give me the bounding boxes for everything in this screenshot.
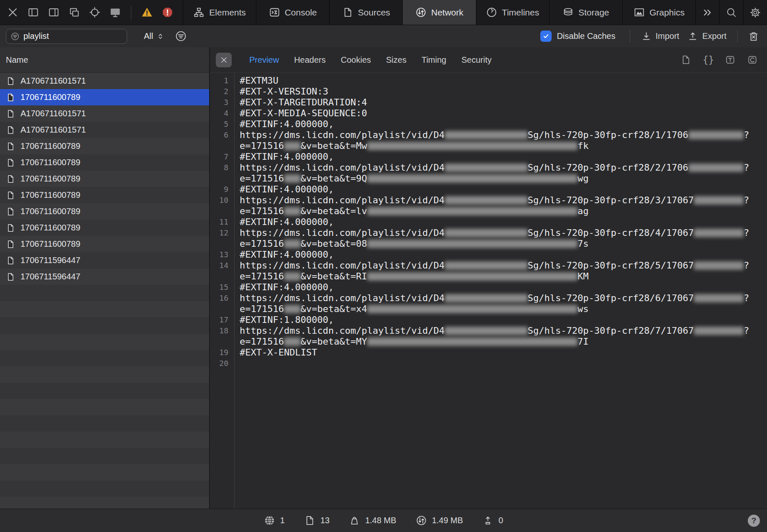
dock-left-icon[interactable] — [27, 6, 39, 18]
tab-label: Sources — [358, 8, 390, 18]
line-number: 5 — [210, 119, 228, 130]
code-line: 8https://dms.licdn.com/playlist/vid/D4Sg… — [210, 162, 767, 173]
inspector-tab-strip: ElementsConsoleSourcesNetworkTimelinesSt… — [183, 0, 695, 25]
tab-timelines[interactable]: Timelines — [476, 0, 549, 25]
tab-console[interactable]: Console — [256, 0, 329, 25]
redacted-text — [694, 327, 744, 335]
detail-tab-cookies[interactable]: Cookies — [341, 55, 371, 65]
resource-preview-content[interactable]: 1#EXTM3U2#EXT-X-VERSION:33#EXT-X-TARGETD… — [210, 73, 767, 509]
resource-filter-field[interactable] — [6, 29, 127, 44]
network-request-row[interactable]: 1706711600789 — [0, 187, 209, 203]
help-button[interactable]: ? — [748, 514, 760, 527]
tab-graphics[interactable]: Graphics — [622, 0, 695, 25]
network-request-row[interactable]: A1706711601571 — [0, 73, 209, 89]
filter-options-button[interactable] — [175, 30, 187, 42]
detail-tab-sizes[interactable]: Sizes — [386, 55, 407, 65]
tab-elements[interactable]: Elements — [183, 0, 256, 25]
tab-label: Elements — [209, 8, 246, 18]
code-line: 12https://dms.licdn.com/playlist/vid/D4S… — [210, 228, 767, 238]
name-column-header[interactable]: Name — [0, 47, 209, 73]
separator — [737, 30, 738, 43]
status-bar: 1131.48 MB1.49 MB0? — [0, 509, 767, 532]
globe-icon — [264, 515, 275, 526]
dock-right-icon[interactable] — [48, 6, 60, 18]
copy-resource-icon[interactable] — [680, 54, 691, 65]
detach-icon[interactable] — [68, 6, 80, 18]
warning-icon[interactable] — [141, 6, 153, 18]
redacted-text — [445, 164, 528, 172]
code-line: 1#EXTM3U — [210, 75, 767, 86]
code-line: e=171516&v=beta&t=087s — [210, 238, 767, 249]
network-request-row[interactable]: 1706711600789 — [0, 154, 209, 171]
request-name: 1706711600789 — [20, 158, 80, 167]
line-number: 20 — [210, 358, 228, 369]
redacted-text — [688, 131, 744, 139]
network-request-row[interactable]: 1706711600789 — [0, 236, 209, 252]
redacted-text — [284, 240, 301, 248]
network-request-row[interactable]: A1706711601571 — [0, 122, 209, 138]
timelines-icon — [486, 7, 497, 18]
line-number: 11 — [210, 217, 228, 228]
filter-input[interactable] — [23, 31, 123, 41]
redacted-text — [284, 338, 301, 346]
graphics-icon — [634, 7, 645, 18]
more-tabs-button[interactable] — [695, 0, 719, 25]
file-icon — [6, 223, 15, 233]
console-icon — [269, 7, 280, 18]
file-icon — [6, 255, 15, 266]
network-request-row[interactable]: 1706711600789 — [0, 203, 209, 220]
tab-sources[interactable]: Sources — [329, 0, 402, 25]
detail-tab-security[interactable]: Security — [461, 55, 491, 65]
content-mode-icon[interactable] — [747, 54, 758, 65]
code-line: 3#EXT-X-TARGETDURATION:4 — [210, 97, 767, 108]
globe-stat: 1 — [264, 515, 285, 526]
request-name: A1706711601571 — [20, 125, 86, 135]
close-icon[interactable] — [7, 6, 19, 18]
line-number — [210, 238, 228, 249]
disable-caches-toggle[interactable]: Disable Caches — [540, 31, 615, 42]
network-request-row[interactable]: 1706711600789 — [0, 220, 209, 236]
transfer-stat: 1.49 MB — [416, 515, 463, 526]
element-picker-icon[interactable] — [89, 6, 101, 18]
network-request-row[interactable]: 1706711600789 — [0, 138, 209, 154]
export-button[interactable]: Export — [688, 31, 726, 41]
network-request-row[interactable]: A1706711601571 — [0, 105, 209, 122]
stat-value: 13 — [320, 516, 330, 525]
close-detail-button[interactable] — [216, 53, 232, 67]
text-mode-icon[interactable] — [725, 54, 736, 65]
tab-network[interactable]: Network — [402, 0, 476, 25]
network-request-row[interactable]: 1706711596447 — [0, 252, 209, 269]
code-line: e=171516&v=beta&t=x4ws — [210, 304, 767, 315]
checkbox-checked-icon[interactable] — [540, 31, 552, 42]
code-text: #EXTINF:4.000000, — [228, 151, 334, 162]
detail-tab-preview[interactable]: Preview — [249, 55, 279, 65]
network-request-row[interactable]: 1706711600789 — [0, 89, 209, 105]
file-icon — [6, 108, 15, 119]
line-number — [210, 271, 228, 282]
redacted-text — [445, 131, 528, 139]
settings-button[interactable] — [743, 0, 767, 25]
device-icon[interactable] — [109, 6, 121, 18]
code-text: e=171516&v=beta&t=MY7I — [228, 336, 588, 347]
redacted-text — [284, 174, 301, 183]
detail-tab-timing[interactable]: Timing — [422, 55, 446, 65]
network-request-row[interactable]: 1706711600789 — [0, 171, 209, 187]
upload-stat: 0 — [482, 515, 503, 526]
detail-tab-headers[interactable]: Headers — [294, 55, 326, 65]
tab-storage[interactable]: Storage — [549, 0, 622, 25]
redacted-text — [367, 207, 578, 215]
network-request-row[interactable]: 1706711596447 — [0, 269, 209, 285]
import-button[interactable]: Import — [641, 31, 680, 41]
tab-label: Console — [285, 8, 317, 18]
code-text: #EXT-X-MEDIA-SEQUENCE:0 — [228, 108, 367, 119]
search-button[interactable] — [719, 0, 743, 25]
error-icon[interactable] — [161, 6, 174, 18]
clear-network-items-button[interactable] — [748, 31, 759, 42]
pretty-print-icon[interactable]: {} — [703, 54, 713, 65]
code-text: #EXTINF:4.000000, — [228, 217, 334, 228]
filter-scope-select[interactable]: All — [144, 31, 165, 42]
code-line: 18https://dms.licdn.com/playlist/vid/D4S… — [210, 325, 767, 336]
code-line: 19#EXT-X-ENDLIST — [210, 347, 767, 358]
line-number: 9 — [210, 184, 228, 195]
code-text: e=171516&v=beta&t=087s — [228, 238, 588, 249]
